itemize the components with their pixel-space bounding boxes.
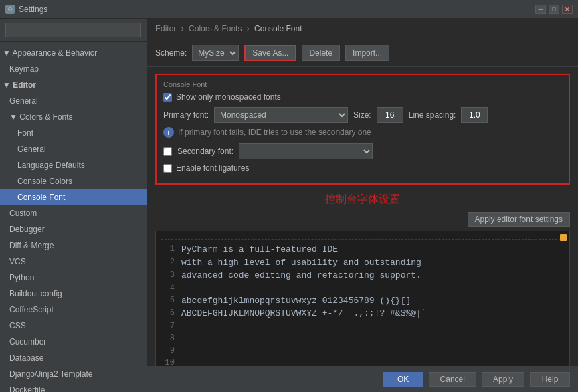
sidebar-item-buildout[interactable]: Buildout config xyxy=(0,286,147,302)
ok-button[interactable]: OK xyxy=(383,372,423,387)
sidebar-item-django[interactable]: Django/Jinja2 Template xyxy=(0,366,147,382)
primary-font-select[interactable]: Monospaced xyxy=(214,107,348,123)
settings-panel: Console Font Show only monospaced fonts … xyxy=(147,67,578,366)
size-input[interactable] xyxy=(377,107,403,123)
sidebar-item-appearance[interactable]: ▼ Appearance & Behavior xyxy=(0,45,147,61)
line-content: advanced code editing and refactoring su… xyxy=(181,269,421,282)
secondary-font-select[interactable] xyxy=(239,143,373,159)
help-button[interactable]: Help xyxy=(530,372,570,387)
sidebar-item-lang-defaults[interactable]: Language Defaults xyxy=(0,157,147,173)
ligature-checkbox[interactable] xyxy=(163,164,172,173)
cancel-button[interactable]: Cancel xyxy=(429,372,476,387)
window-title: Settings xyxy=(19,5,47,14)
close-button[interactable]: ✕ xyxy=(562,5,573,14)
content-area: Editor › Colors & Fonts › Console Font S… xyxy=(147,19,578,392)
line-number: 4 xyxy=(161,282,175,294)
info-row: i If primary font fails, IDE tries to us… xyxy=(163,127,562,138)
scheme-select[interactable]: MySize xyxy=(192,45,239,61)
line-number: 6 xyxy=(161,307,175,320)
breadcrumb-sep-2: › xyxy=(247,24,250,33)
scheme-toolbar: Scheme: MySize Save As... Delete Import.… xyxy=(147,39,578,67)
preview-line: 7 xyxy=(161,320,564,332)
line-content: PyCharm is a full-featured IDE xyxy=(181,243,338,256)
sidebar-item-python[interactable]: Python xyxy=(0,270,147,286)
line-number: 5 xyxy=(161,294,175,308)
window-controls: ─ □ ✕ xyxy=(535,5,573,14)
primary-font-label: Primary font: xyxy=(163,110,209,120)
settings-tree: ▼ Appearance & Behavior Keymap▼ Editor G… xyxy=(0,42,147,392)
line-number: 9 xyxy=(161,345,175,357)
ligature-row: Enable font ligatures xyxy=(163,163,562,173)
line-content: ABCDEFGHIJKLMNOPQRSTUVWXYZ +-*/= .,:;!? … xyxy=(181,307,427,320)
sidebar-item-font[interactable]: Font xyxy=(0,125,147,141)
line-number: 7 xyxy=(161,320,175,332)
app-icon: ⚙ xyxy=(5,5,15,14)
sidebar-item-editor[interactable]: ▼ Editor xyxy=(0,77,147,93)
preview-line: 9 xyxy=(161,345,564,357)
corner-indicator xyxy=(560,234,567,241)
console-font-box: Console Font Show only monospaced fonts … xyxy=(155,74,570,185)
sidebar-item-general[interactable]: General xyxy=(0,93,147,109)
info-icon: i xyxy=(163,127,174,138)
sidebar-item-database[interactable]: Database xyxy=(0,350,147,366)
line-number: 1 xyxy=(161,243,175,256)
preview-divider xyxy=(161,239,564,240)
sidebar-item-debugger[interactable]: Debugger xyxy=(0,221,147,237)
preview-line: 4 xyxy=(161,282,564,294)
chinese-label: 控制台字体设置 xyxy=(155,190,570,212)
console-font-title: Console Font xyxy=(163,80,562,88)
line-number: 10 xyxy=(161,357,175,367)
sidebar-item-console-font[interactable]: Console Font xyxy=(0,189,147,205)
sidebar-item-colors-fonts[interactable]: ▼ Colors & Fonts xyxy=(0,109,147,125)
line-spacing-input[interactable] xyxy=(461,107,488,123)
delete-button[interactable]: Delete xyxy=(302,45,340,61)
mono-checkbox-row: Show only monospaced fonts xyxy=(163,92,562,102)
breadcrumb-sep-1: › xyxy=(181,24,184,33)
apply-button[interactable]: Apply xyxy=(482,372,524,387)
search-input[interactable] xyxy=(5,23,141,37)
preview-line: 1PyCharm is a full-featured IDE xyxy=(161,243,564,256)
search-bar xyxy=(0,19,147,42)
sidebar-item-dockerfile[interactable]: Dockerfile xyxy=(0,382,147,392)
breadcrumb-part-2: Colors & Fonts xyxy=(189,24,242,33)
mono-checkbox[interactable] xyxy=(163,93,172,102)
maximize-button[interactable]: □ xyxy=(549,5,559,14)
preview-line: 2with a high level of usability and outs… xyxy=(161,256,564,270)
preview-line: 6ABCDEFGHIJKLMNOPQRSTUVWXYZ +-*/= .,:;!?… xyxy=(161,307,564,320)
scheme-label: Scheme: xyxy=(155,48,187,58)
title-bar: ⚙ Settings ─ □ ✕ xyxy=(0,0,578,19)
preview-area: 1PyCharm is a full-featured IDE2with a h… xyxy=(155,231,570,366)
preview-line: 5abcdefghijklmnopqrstuvwxyz 0123456789 (… xyxy=(161,294,564,308)
save-as-button[interactable]: Save As... xyxy=(244,45,296,61)
info-text: If primary font fails, IDE tries to use … xyxy=(178,128,371,137)
bottom-bar: OK Cancel Apply Help xyxy=(147,366,578,392)
secondary-font-label: Secondary font: xyxy=(177,146,233,156)
import-button[interactable]: Import... xyxy=(345,45,389,61)
line-spacing-label: Line spacing: xyxy=(409,110,456,120)
ligature-label: Enable font ligatures xyxy=(176,163,249,173)
secondary-font-checkbox[interactable] xyxy=(163,147,172,156)
preview-line: 10 xyxy=(161,357,564,367)
size-label: Size: xyxy=(353,110,371,120)
secondary-font-row: Secondary font: xyxy=(163,143,562,159)
preview-line: 8 xyxy=(161,332,564,345)
breadcrumb-part-1: Editor xyxy=(155,24,176,33)
sidebar-item-cucumber[interactable]: Cucumber xyxy=(0,334,147,350)
sidebar-item-vcs[interactable]: VCS xyxy=(0,254,147,270)
line-content: abcdefghijklmnopqrstuvwxyz 0123456789 ()… xyxy=(181,294,411,308)
line-number: 8 xyxy=(161,332,175,345)
breadcrumb-part-3: Console Font xyxy=(254,24,302,33)
sidebar-item-general2[interactable]: General xyxy=(0,141,147,157)
sidebar-item-css[interactable]: CSS xyxy=(0,318,147,334)
sidebar-item-keymap[interactable]: Keymap xyxy=(0,61,147,77)
sidebar-item-custom[interactable]: Custom xyxy=(0,205,147,221)
sidebar-item-diff-merge[interactable]: Diff & Merge xyxy=(0,237,147,254)
sidebar-item-console-colors[interactable]: Console Colors xyxy=(0,173,147,189)
line-number: 2 xyxy=(161,256,175,270)
line-content: with a high level of usability and outst… xyxy=(181,256,421,270)
minimize-button[interactable]: ─ xyxy=(535,5,546,14)
sidebar-item-coffeescript[interactable]: CoffeeScript xyxy=(0,302,147,318)
apply-editor-font-button[interactable]: Apply editor font settings xyxy=(468,212,570,227)
sidebar: ▼ Appearance & Behavior Keymap▼ Editor G… xyxy=(0,19,147,392)
apply-btn-row: Apply editor font settings xyxy=(155,212,570,227)
